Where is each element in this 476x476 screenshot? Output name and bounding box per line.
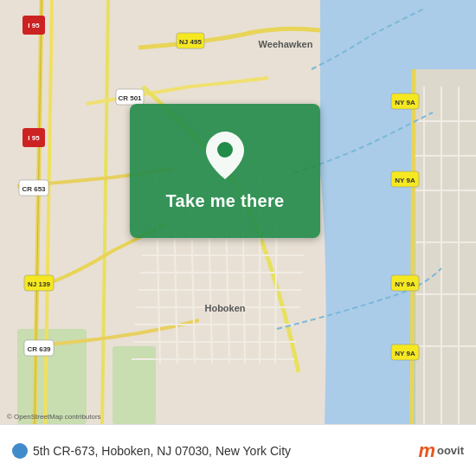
take-me-there-button[interactable]: Take me there [130, 104, 320, 238]
map-container: I 95 NJ 495 CR 501 I 95 CR 653 NY 9A NY … [0, 0, 476, 424]
svg-point-62 [217, 142, 233, 158]
footer-bar: 5th CR-673, Hoboken, NJ 07030, New York … [0, 424, 476, 476]
take-me-there-label: Take me there [166, 191, 285, 211]
moovit-wordmark: oovit [437, 444, 464, 457]
moovit-logo: m oovit [418, 440, 464, 462]
moovit-m-letter: m [418, 440, 435, 462]
footer-left: 5th CR-673, Hoboken, NJ 07030, New York … [12, 443, 291, 459]
osm-logo [12, 443, 28, 459]
location-pin-icon [206, 132, 244, 179]
location-address: 5th CR-673, Hoboken, NJ 07030, New York … [33, 444, 291, 458]
